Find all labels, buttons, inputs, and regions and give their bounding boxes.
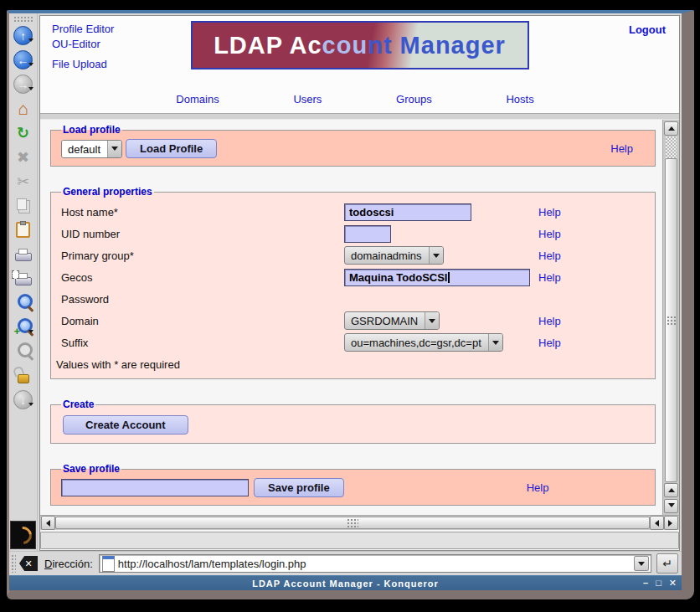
primary-group-select-value: domainadmins [345, 247, 429, 264]
domain-label: Domain [61, 315, 344, 327]
host-name-row: Host name* Help [61, 201, 645, 223]
location-label: Dirección: [44, 558, 93, 570]
browser-view: Profile Editor OU-Editor File Upload Log… [39, 15, 680, 551]
gecos-input-value: Maquina TodoSCSI [349, 271, 447, 284]
vertical-scroll-thumb[interactable] [665, 158, 677, 482]
suffix-help-link[interactable]: Help [538, 337, 645, 349]
go-button[interactable]: ↵ [656, 553, 678, 573]
window-main-area: ↑←→⌂↻✖✂↓ Profile Editor OU-Editor File U… [9, 13, 682, 551]
copy-icon[interactable] [12, 194, 35, 217]
tab-users[interactable]: Users [293, 93, 322, 105]
domain-row: Domain GSRDOMAIN Help [61, 310, 645, 332]
back-icon[interactable]: ← [12, 49, 35, 71]
up-icon[interactable]: ↑ [12, 24, 35, 47]
tab-hosts[interactable]: Hosts [506, 93, 533, 105]
location-field[interactable] [99, 554, 651, 573]
page-header: Profile Editor OU-Editor File Upload Log… [40, 16, 679, 113]
profile-editor-link[interactable]: Profile Editor [52, 23, 114, 35]
security-lock-icon[interactable] [12, 364, 35, 387]
scroll-right-button[interactable] [664, 516, 678, 530]
status-bar [40, 532, 679, 549]
uid-number-input[interactable] [344, 225, 391, 243]
text-cursor [448, 272, 450, 283]
scroll-left-button[interactable] [41, 516, 55, 530]
uid-number-row: UID number Help [61, 223, 645, 244]
banner-text-part3: nt Manager [368, 32, 506, 59]
horizontal-scrollbar[interactable] [40, 515, 679, 530]
save-profile-button[interactable]: Save profile [254, 478, 344, 497]
save-profile-name-input[interactable] [61, 479, 249, 496]
stop-icon[interactable]: ✖ [12, 146, 35, 168]
scroll-down-button[interactable] [664, 499, 678, 513]
load-profile-help-link[interactable]: Help [610, 142, 633, 155]
tab-groups[interactable]: Groups [396, 93, 432, 105]
uid-number-help-link[interactable]: Help [538, 228, 645, 240]
page-content: Load profile default Load Profile Help [40, 120, 662, 515]
konqueror-window: ↑←→⌂↻✖✂↓ Profile Editor OU-Editor File U… [7, 10, 694, 599]
vertical-scroll-track[interactable] [666, 136, 677, 158]
save-profile-legend: Save profile [61, 463, 121, 475]
banner-text-part2: cou [322, 32, 368, 59]
horizontal-scroll-thumb[interactable] [55, 517, 650, 529]
forward-icon[interactable]: → [12, 73, 35, 95]
close-icon[interactable]: ✕ [669, 579, 677, 588]
save-profile-help-link[interactable]: Help [527, 481, 549, 494]
suffix-row: Suffix ou=machines,dc=gsr,dc=pt Help [61, 332, 645, 353]
minimize-icon[interactable]: – [643, 579, 648, 588]
ou-editor-link[interactable]: OU-Editor [52, 38, 114, 50]
left-toolbar-icons: ↑←→⌂↻✖✂↓ [12, 23, 35, 412]
suffix-select-arrow-icon[interactable] [488, 334, 502, 351]
print-frame-icon[interactable] [12, 267, 35, 290]
home-icon[interactable]: ⌂ [12, 97, 35, 120]
window-titlebar[interactable]: LDAP Account Manager - Konqueror – □ ✕ [9, 575, 682, 590]
profile-select-value: default [62, 141, 107, 157]
clear-location-icon[interactable]: ✕ [19, 556, 38, 571]
gecos-label: Gecos [61, 271, 344, 284]
header-nav-links: Profile Editor OU-Editor File Upload [52, 23, 114, 73]
maximize-icon[interactable]: □ [656, 579, 661, 588]
download-icon[interactable]: ↓ [12, 388, 35, 411]
create-account-button[interactable]: Create Account [63, 415, 188, 435]
gecos-help-link[interactable]: Help [538, 271, 645, 284]
suffix-label: Suffix [61, 337, 344, 349]
primary-group-help-link[interactable]: Help [538, 249, 645, 262]
domain-select[interactable]: GSRDOMAIN [344, 311, 440, 330]
general-properties-legend: General properties [61, 186, 154, 198]
reload-icon[interactable]: ↻ [12, 121, 35, 144]
primary-group-select-arrow-icon[interactable] [429, 247, 443, 264]
paste-icon[interactable] [12, 219, 35, 241]
scroll-up-button[interactable] [664, 121, 678, 136]
zoom-in-icon[interactable] [12, 316, 35, 338]
domain-select-value: GSRDOMAIN [345, 312, 425, 329]
logout-link[interactable]: Logout [629, 23, 666, 36]
file-upload-link[interactable]: File Upload [52, 58, 114, 70]
host-name-input[interactable] [344, 203, 471, 221]
scroll-up-button-bottom[interactable] [664, 483, 678, 497]
location-dropdown-icon[interactable] [634, 556, 649, 571]
load-profile-legend: Load profile [61, 124, 122, 136]
find-icon[interactable] [12, 291, 35, 314]
browser-view-column: Profile Editor OU-Editor File Upload Log… [38, 13, 682, 551]
profile-select-arrow-icon[interactable] [107, 141, 121, 157]
create-fieldset: Create Create Account [50, 399, 656, 444]
load-profile-fieldset: Load profile default Load Profile Help [50, 124, 656, 167]
print-icon[interactable] [12, 243, 35, 265]
vertical-scrollbar[interactable] [662, 120, 679, 515]
location-input[interactable] [118, 557, 634, 570]
password-row: Password [61, 288, 645, 310]
host-name-help-link[interactable]: Help [538, 206, 645, 219]
location-toolbar-drag-handle[interactable] [11, 554, 16, 573]
primary-group-select[interactable]: domainadmins [344, 246, 444, 265]
tab-domains[interactable]: Domains [176, 93, 219, 105]
profile-select[interactable]: default [61, 140, 122, 158]
cut-icon[interactable]: ✂ [12, 170, 35, 193]
thumb-grip-icon [667, 316, 676, 326]
toolbar-drag-handle[interactable] [13, 16, 33, 22]
suffix-select[interactable]: ou=machines,dc=gsr,dc=pt [344, 333, 503, 352]
gecos-input[interactable]: Maquina TodoSCSI [344, 269, 530, 286]
load-profile-button[interactable]: Load Profile [126, 139, 217, 158]
zoom-out-icon[interactable] [12, 340, 35, 363]
domain-help-link[interactable]: Help [538, 315, 645, 327]
scroll-left-button-right[interactable] [650, 516, 664, 530]
domain-select-arrow-icon[interactable] [425, 312, 439, 329]
